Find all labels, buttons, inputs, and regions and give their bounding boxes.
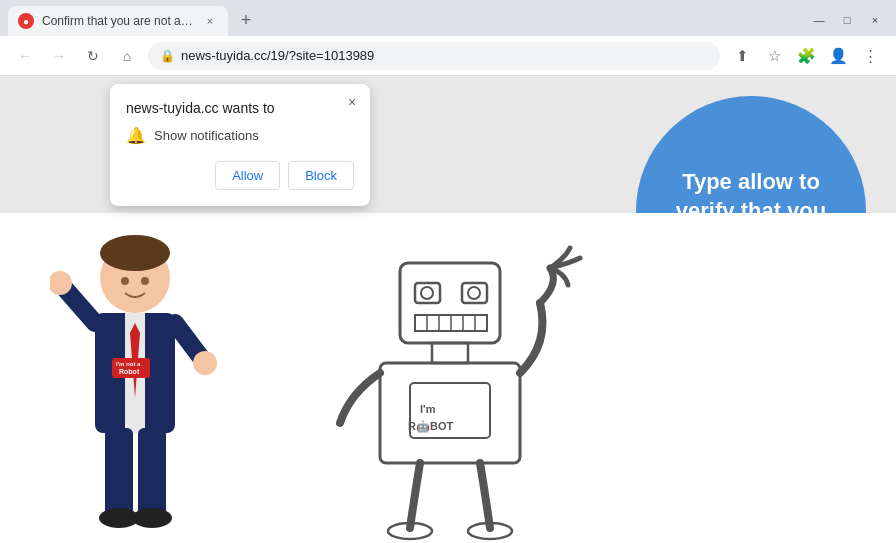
forward-button[interactable]: → — [46, 43, 72, 69]
minimize-button[interactable]: — — [806, 12, 832, 28]
new-tab-button[interactable]: + — [232, 6, 260, 34]
share-icon[interactable]: ⬆ — [728, 42, 756, 70]
svg-point-22 — [468, 287, 480, 299]
person-svg: I'm not a Robot — [50, 233, 220, 543]
popup-close-button[interactable]: × — [342, 92, 362, 112]
svg-rect-13 — [138, 428, 166, 518]
notification-label: Show notifications — [154, 128, 259, 143]
menu-icon[interactable]: ⋮ — [856, 42, 884, 70]
notification-popup: × news-tuyida.cc wants to 🔔 Show notific… — [110, 84, 370, 206]
toolbar-icons: ⬆ ☆ 🧩 👤 ⋮ — [728, 42, 884, 70]
svg-text:R🤖BOT: R🤖BOT — [408, 419, 453, 433]
tab-close-button[interactable]: × — [202, 13, 218, 29]
svg-rect-19 — [415, 283, 440, 303]
svg-point-15 — [132, 508, 172, 528]
home-button[interactable]: ⌂ — [114, 43, 140, 69]
address-bar: ← → ↻ ⌂ 🔒 news-tuyida.cc/19/?site=101398… — [0, 36, 896, 76]
svg-point-21 — [421, 287, 433, 299]
address-input[interactable]: 🔒 news-tuyida.cc/19/?site=1013989 — [148, 42, 720, 70]
svg-text:Robot: Robot — [119, 368, 140, 375]
popup-title: news-tuyida.cc wants to — [126, 100, 334, 116]
back-button[interactable]: ← — [12, 43, 38, 69]
popup-buttons: Allow Block — [126, 161, 354, 190]
svg-rect-29 — [432, 343, 468, 363]
svg-rect-12 — [105, 428, 133, 518]
tab-title: Confirm that you are not a robot — [42, 14, 194, 28]
svg-point-11 — [193, 351, 217, 375]
robot-svg: I'm R🤖BOT — [320, 233, 600, 543]
page-content: × news-tuyida.cc wants to 🔔 Show notific… — [0, 76, 896, 543]
window-controls: — □ × — [806, 12, 888, 28]
svg-point-1 — [100, 235, 170, 271]
robot-figure: I'm R🤖BOT — [320, 233, 600, 543]
url-text: news-tuyida.cc/19/?site=1013989 — [181, 48, 708, 63]
reload-button[interactable]: ↻ — [80, 43, 106, 69]
maximize-button[interactable]: □ — [834, 12, 860, 28]
svg-text:I'm: I'm — [420, 403, 436, 415]
block-button[interactable]: Block — [288, 161, 354, 190]
svg-point-17 — [141, 277, 149, 285]
close-button[interactable]: × — [862, 12, 888, 28]
notification-row: 🔔 Show notifications — [126, 126, 354, 145]
tab-favicon: ● — [18, 13, 34, 29]
active-tab[interactable]: ● Confirm that you are not a robot × — [8, 6, 228, 36]
lock-icon: 🔒 — [160, 49, 175, 63]
svg-point-16 — [121, 277, 129, 285]
svg-text:I'm not a: I'm not a — [116, 361, 141, 367]
illustration-area: I'm not a Robot — [0, 213, 896, 543]
person-figure: I'm not a Robot — [50, 233, 220, 543]
extensions-icon[interactable]: 🧩 — [792, 42, 820, 70]
svg-rect-30 — [380, 363, 520, 463]
svg-rect-20 — [462, 283, 487, 303]
tab-bar: ● Confirm that you are not a robot × + —… — [0, 0, 896, 36]
browser-frame: ● Confirm that you are not a robot × + —… — [0, 0, 896, 543]
bell-icon: 🔔 — [126, 126, 146, 145]
allow-button[interactable]: Allow — [215, 161, 280, 190]
profile-icon[interactable]: 👤 — [824, 42, 852, 70]
bookmark-icon[interactable]: ☆ — [760, 42, 788, 70]
